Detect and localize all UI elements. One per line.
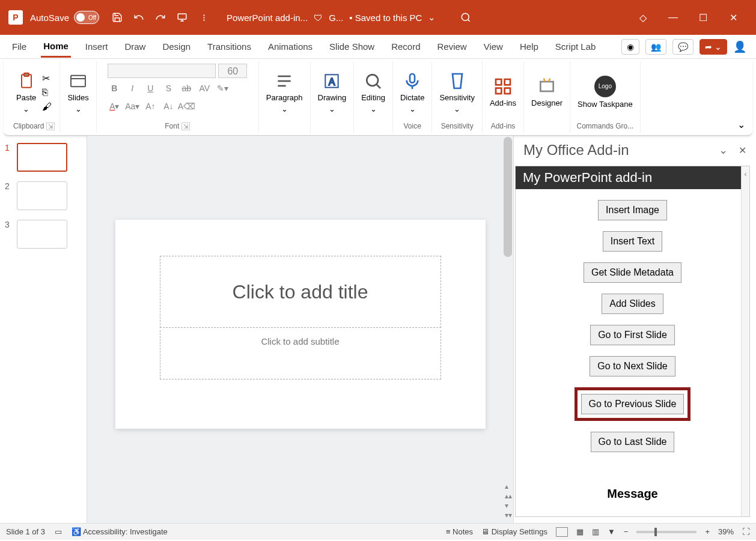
go-last-slide-button[interactable]: Go to Last Slide [591,432,675,452]
tab-insert[interactable]: Insert [83,37,111,56]
slide-counter[interactable]: Slide 1 of 3 [6,527,45,536]
accessibility-status[interactable]: ♿ Accessibility: Investigate [72,527,168,536]
tab-file[interactable]: File [10,37,29,56]
zoom-level[interactable]: 39% [718,527,734,536]
clear-format-button[interactable]: A⌫ [180,100,193,113]
subtitle-placeholder[interactable]: Click to add subtitle [160,330,441,379]
taskpane-expand-icon[interactable]: ‹ [741,166,749,516]
underline-button[interactable]: U [144,82,157,95]
insert-text-button[interactable]: Insert Text [603,231,663,252]
autosave-toggle[interactable]: AutoSave Off [30,11,99,24]
qat-more-icon[interactable]: ⁝ [198,11,210,23]
slides-button[interactable]: Slides ⌄ [65,69,91,116]
sensitivity-button[interactable]: Sensitivity⌄ [437,69,477,116]
spacing-button[interactable]: AV [198,82,211,95]
reading-view-icon[interactable]: ▥ [592,527,599,536]
addins-button[interactable]: Add-ins [487,74,519,110]
tab-animations[interactable]: Animations [266,37,315,56]
bold-button[interactable]: B [108,82,121,95]
tab-slideshow[interactable]: Slide Show [327,37,377,56]
notes-button[interactable]: ≡ Notes [446,527,473,536]
redo-icon[interactable] [154,11,166,23]
dialog-launcher-icon[interactable]: ⇲ [181,122,190,130]
save-icon[interactable] [111,11,123,23]
tab-review[interactable]: Review [435,37,469,56]
thumbnail-2[interactable]: 2 [5,181,82,210]
next-slide-icon[interactable]: ▾ [505,501,512,510]
case-button[interactable]: Aa▾ [126,100,139,113]
font-size-combo[interactable]: 60 [218,64,247,78]
zoom-out-icon[interactable]: − [624,527,629,536]
tab-scriptlab[interactable]: Script Lab [553,37,599,56]
highlight-button[interactable]: ✎▾ [216,82,229,95]
sorter-view-icon[interactable]: ▦ [576,527,584,536]
italic-button[interactable]: I [126,82,139,95]
tab-draw[interactable]: Draw [122,37,148,56]
tab-home[interactable]: Home [41,36,71,58]
maximize-button[interactable]: ☐ [697,11,709,23]
shrink-font-button[interactable]: A↓ [162,100,175,113]
dialog-launcher-icon[interactable]: ⇲ [46,122,55,130]
chevron-down-icon: ⌄ [329,104,335,113]
tab-view[interactable]: View [481,37,505,56]
format-painter-icon[interactable]: 🖌 [42,101,54,112]
teams-button[interactable]: 👥 [645,39,666,55]
collapse-ribbon-icon[interactable]: ⌄ [737,119,745,130]
diamond-icon[interactable]: ◇ [637,11,649,23]
present-icon[interactable] [176,11,188,23]
record-button[interactable]: ◉ [621,39,639,55]
zoom-slider[interactable] [636,531,697,533]
go-next-slide-button[interactable]: Go to Next Slide [590,356,675,376]
slide[interactable]: Click to add title Click to add subtitle [115,220,486,429]
display-settings-button[interactable]: 🖥 Display Settings [481,527,547,536]
share-button[interactable]: ➦ ⌄ [700,39,727,55]
tab-help[interactable]: Help [517,37,541,56]
title-placeholder[interactable]: Click to add title [160,256,441,328]
comments-button[interactable]: 💬 [672,39,694,55]
insert-image-button[interactable]: Insert Image [598,200,667,220]
cut-icon[interactable]: ✂ [42,73,54,83]
go-previous-slide-button[interactable]: Go to Previous Slide [581,394,684,414]
account-icon[interactable]: 👤 [733,40,746,53]
taskpane-close-icon[interactable]: ✕ [739,145,746,156]
fit-icon[interactable]: ⛶ [742,527,750,536]
paragraph-button[interactable]: Paragraph⌄ [264,69,305,116]
prev-slide-icon[interactable]: ▴ [505,482,512,491]
tab-record[interactable]: Record [389,37,422,56]
grow-font-button[interactable]: A↑ [144,100,157,113]
get-metadata-button[interactable]: Get Slide Metadata [584,262,681,283]
autosave-label: AutoSave [30,13,69,23]
add-slides-button[interactable]: Add Slides [602,294,663,314]
font-name-combo[interactable] [108,64,216,78]
editing-button[interactable]: Editing⌄ [359,69,388,116]
paste-button[interactable]: Paste ⌄ [14,69,38,116]
minimize-button[interactable]: — [667,11,679,23]
copy-icon[interactable]: ⎘ [42,87,54,98]
undo-icon[interactable] [133,11,145,23]
show-taskpane-button[interactable]: LogoShow Taskpane [575,73,635,112]
slideshow-view-icon[interactable]: ▼ [608,527,615,536]
taskpane-dropdown-icon[interactable]: ⌄ [719,144,728,157]
prev-slide-double-icon[interactable]: ▴▴ [505,492,512,500]
search-icon[interactable] [460,11,472,23]
toggle-switch[interactable]: Off [74,11,99,24]
normal-view-icon[interactable] [556,527,568,537]
thumbnail-3[interactable]: 3 [5,220,82,249]
tab-transitions[interactable]: Transitions [205,37,254,56]
zoom-in-icon[interactable]: + [705,527,710,536]
font-color-button[interactable]: A▾ [108,100,121,113]
designer-button[interactable]: Designer [529,74,565,110]
scrollbar[interactable] [504,137,512,257]
shadow-button[interactable]: S [162,82,175,95]
book-icon[interactable]: ▭ [55,527,62,536]
strike-button[interactable]: ab [180,82,193,95]
tab-design[interactable]: Design [160,37,193,56]
dictate-button[interactable]: Dictate⌄ [398,69,427,116]
drawing-button[interactable]: ADrawing⌄ [316,69,349,116]
chevron-down-icon[interactable]: ⌄ [428,12,436,23]
close-button[interactable]: ✕ [727,11,739,23]
go-first-slide-button[interactable]: Go to First Slide [590,325,675,345]
chevron-down-icon: ⌄ [454,104,460,113]
thumbnail-1[interactable]: 1 [5,143,82,172]
next-slide-double-icon[interactable]: ▾▾ [505,511,512,519]
